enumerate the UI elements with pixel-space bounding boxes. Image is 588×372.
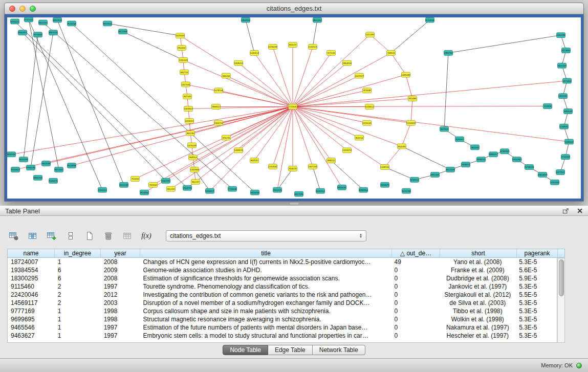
graph-node[interactable]: 1163612 (365, 104, 374, 110)
cell-in_degree[interactable]: 2 (55, 282, 101, 291)
cell-in_degree[interactable]: 6 (55, 274, 101, 282)
tab-node-table[interactable]: Node Table (223, 345, 268, 355)
tab-edge-table[interactable]: Edge Table (268, 345, 313, 355)
graph-node[interactable]: 1063822 (184, 106, 193, 112)
graph-node[interactable]: 8931405 (430, 172, 440, 177)
column-header-year[interactable]: year (101, 249, 140, 257)
graph-node[interactable]: 1489875 (234, 148, 243, 153)
cell-in_degree[interactable]: 1 (55, 332, 101, 340)
cell-title[interactable]: Estimation of significance thresholds fo… (140, 274, 391, 282)
graph-node[interactable]: 8925103 (49, 30, 58, 35)
graph-node[interactable]: 1983794 (444, 50, 453, 55)
cell-year[interactable]: 2009 (101, 266, 140, 274)
cell-pagerank[interactable]: 5.3E-5 (516, 315, 557, 323)
row-view-button[interactable] (63, 229, 78, 243)
cell-short[interactable]: Hescheler et al. (1997) (439, 332, 516, 340)
table-row[interactable]: 946554611997Estimation of the future num… (8, 323, 557, 332)
cell-title[interactable]: Embryonic stem cells: a model to study s… (140, 332, 391, 340)
column-header-out_degree[interactable]: △ out_de… (392, 249, 440, 257)
graph-node[interactable]: 946264 (222, 73, 231, 78)
graph-node[interactable]: 748503 (387, 50, 396, 55)
cell-title[interactable]: Corpus callosum shape and size in male p… (140, 307, 391, 315)
network-canvas[interactable]: 1724051163612915448104742718646169771431… (7, 17, 581, 199)
graph-node[interactable]: 1973403 (562, 78, 572, 83)
graph-node[interactable]: 896812 (212, 104, 221, 110)
cell-title[interactable]: Structural magnetic resonance image aver… (140, 315, 391, 323)
graph-node[interactable]: 9313858 (67, 163, 76, 168)
graph-node[interactable]: 9174026 (33, 32, 42, 37)
graph-node[interactable]: 10738726 (524, 165, 534, 170)
cell-out_degree[interactable]: 0 (391, 299, 440, 307)
column-header-pagerank[interactable]: pagerank (517, 249, 558, 257)
cell-short[interactable]: Wolkin et al. (1998) (439, 315, 516, 323)
cell-title[interactable]: Estimation of the future numbers of pati… (140, 323, 391, 332)
cell-in_degree[interactable]: 6 (55, 266, 101, 274)
cell-year[interactable]: 2012 (101, 291, 140, 299)
add-column-button[interactable] (44, 229, 59, 243)
graph-node[interactable]: 1078104 (214, 88, 223, 93)
cell-year[interactable]: 2003 (101, 299, 140, 307)
graph-node[interactable]: 7450112 (98, 187, 107, 192)
cell-name[interactable]: 22420046 (8, 291, 55, 299)
graph-node[interactable]: 9861302 (313, 17, 322, 23)
graph-node[interactable]: 10424629 (537, 172, 548, 177)
cell-short[interactable]: Franke et al. (2009) (439, 266, 516, 274)
graph-node[interactable]: 977143 (327, 50, 336, 55)
graph-node[interactable]: 11110532 (550, 180, 560, 185)
cell-pagerank[interactable]: 5.3E-5 (516, 282, 557, 291)
graph-node[interactable]: 9094875 (380, 182, 389, 187)
cell-out_degree[interactable]: 0 (391, 266, 440, 274)
cell-title[interactable]: Tourette syndrome. Phenomenology and cla… (140, 282, 391, 291)
graph-node[interactable]: 8122033 (119, 182, 128, 187)
graph-node[interactable]: 8521309 (118, 29, 127, 34)
graph-node[interactable]: 864531 (250, 158, 259, 163)
graph-node[interactable]: 9612308 (446, 167, 455, 172)
graph-node[interactable]: 8426459 (250, 190, 259, 195)
table-row[interactable]: 977716911998Corpus callosum shape and si… (8, 307, 557, 315)
graph-node[interactable]: 1221397 (365, 32, 375, 37)
graph-node[interactable]: 961247 (191, 179, 200, 184)
cell-year[interactable]: 1997 (101, 323, 140, 332)
graph-node[interactable]: 752456 (131, 176, 140, 181)
cell-in_degree[interactable]: 1 (55, 315, 101, 323)
graph-node[interactable]: 1440114 (250, 50, 259, 55)
graph-node[interactable]: 9205614 (11, 167, 20, 172)
cell-title[interactable]: Genome-wide association studies in ADHD. (140, 266, 391, 274)
graph-node[interactable]: 1253041 (268, 164, 277, 169)
graph-node[interactable]: 1841207 (557, 63, 567, 68)
graph-node[interactable]: 941203 (471, 145, 480, 150)
cell-out_degree[interactable]: 0 (391, 274, 440, 282)
graph-node[interactable]: 832017 (289, 42, 297, 48)
graph-node[interactable]: 915489 (408, 96, 417, 101)
graph-node[interactable]: 952410 (178, 46, 186, 51)
graph-node[interactable]: 988122 (327, 158, 336, 163)
cell-title[interactable]: Investigating the contribution of common… (140, 291, 391, 299)
cell-name[interactable]: 9777169 (8, 307, 55, 315)
cell-short[interactable]: Stergiakouli et al. (2012) (439, 291, 516, 299)
graph-node[interactable]: 8630917 (18, 30, 27, 35)
graph-node[interactable]: 8805769 (33, 175, 42, 180)
graph-node[interactable]: 1332805 (190, 167, 199, 172)
cell-pagerank[interactable]: 5.9E-5 (516, 274, 557, 282)
import-table-button[interactable] (120, 229, 135, 243)
cell-year[interactable]: 1998 (101, 307, 140, 315)
graph-node[interactable]: 1664950 (241, 17, 250, 23)
table-options-button[interactable] (6, 229, 21, 243)
tab-network-table[interactable]: Network Table (313, 345, 365, 355)
graph-node[interactable]: 8470796 (402, 188, 411, 193)
graph-node[interactable]: 7633954 (140, 190, 149, 195)
graph-node[interactable]: 9145670 (49, 178, 58, 183)
graph-node[interactable]: 9245012 (410, 177, 419, 182)
cell-out_degree[interactable]: 0 (391, 323, 440, 332)
graph-node[interactable]: 8280954 (359, 187, 368, 192)
graph-node[interactable]: 7901370 (273, 187, 282, 192)
graph-node[interactable]: 1485083 (401, 72, 410, 77)
cell-in_degree[interactable]: 1 (55, 307, 101, 315)
graph-node[interactable]: 1216041 (362, 120, 372, 125)
select-columns-button[interactable] (25, 229, 40, 243)
close-panel-icon[interactable]: ✕ (577, 207, 583, 214)
graph-node[interactable]: 976233 (222, 135, 231, 140)
cell-in_degree[interactable]: 1 (55, 323, 101, 332)
graph-node[interactable]: 8741022 (24, 17, 33, 22)
graph-node[interactable]: 1098102 (564, 139, 574, 144)
